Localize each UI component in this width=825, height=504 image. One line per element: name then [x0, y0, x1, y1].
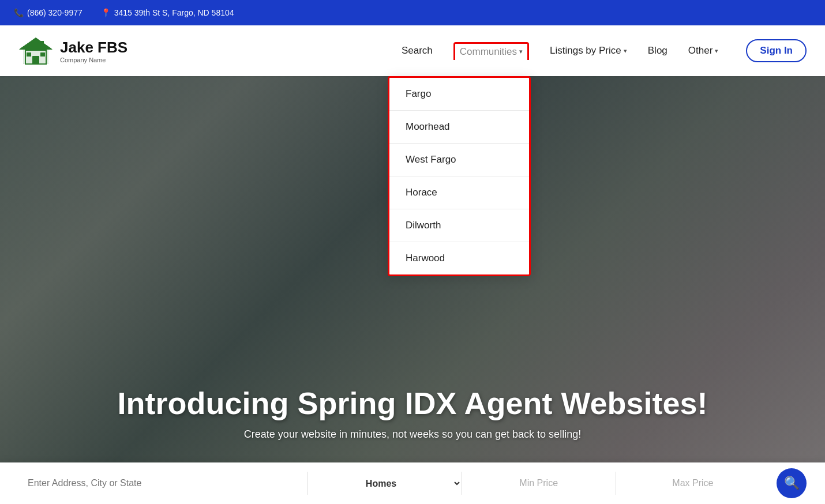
header: Jake FBS Company Name Search Communities…: [0, 25, 825, 76]
property-type-select[interactable]: Homes Condos Land: [308, 478, 461, 489]
min-price-label[interactable]: Min Price: [462, 478, 616, 488]
nav-listings-by-price[interactable]: Listings by Price ▾: [550, 45, 627, 57]
svg-rect-8: [27, 52, 31, 57]
brand-name: Jake FBS: [60, 39, 127, 57]
svg-rect-9: [40, 52, 45, 57]
communities-chevron-icon: ▾: [519, 48, 523, 55]
search-bar: Homes Condos Land Min Price Max Price 🔍: [0, 462, 825, 504]
main-nav: Search Communities ▾ Listings by Price ▾…: [402, 39, 807, 62]
nav-blog[interactable]: Blog: [648, 45, 667, 57]
address-item: 📍 3415 39th St S, Fargo, ND 58104: [101, 8, 234, 17]
sign-in-button[interactable]: Sign In: [746, 39, 807, 62]
svg-rect-6: [40, 41, 44, 47]
nav-communities[interactable]: Communities ▾: [453, 42, 529, 60]
dropdown-item-west-fargo[interactable]: West Fargo: [389, 144, 529, 176]
search-icon: 🔍: [784, 476, 800, 491]
svg-rect-7: [32, 56, 39, 64]
nav-other[interactable]: Other ▾: [688, 45, 719, 57]
search-button[interactable]: 🔍: [777, 468, 807, 498]
logo-area: Jake FBS Company Name: [18, 35, 127, 66]
dropdown-item-horace[interactable]: Horace: [389, 176, 529, 209]
logo-icon: [18, 35, 53, 66]
address-search-input[interactable]: [18, 478, 307, 488]
dropdown-item-fargo[interactable]: Fargo: [389, 78, 529, 111]
max-price-label[interactable]: Max Price: [616, 478, 770, 488]
phone-item[interactable]: 📞 (866) 320-9977: [14, 8, 82, 17]
address-text: 3415 39th St S, Fargo, ND 58104: [114, 8, 234, 17]
listings-chevron-icon: ▾: [624, 47, 627, 55]
dropdown-item-moorhead[interactable]: Moorhead: [389, 111, 529, 144]
dropdown-item-harwood[interactable]: Harwood: [389, 242, 529, 274]
location-icon: 📍: [101, 8, 111, 17]
other-chevron-icon: ▾: [715, 47, 718, 55]
hero-content: Introducing Spring IDX Agent Websites! C…: [0, 386, 825, 441]
dropdown-item-dilworth[interactable]: Dilworth: [389, 209, 529, 242]
hero-title: Introducing Spring IDX Agent Websites!: [0, 386, 825, 420]
hero-subtitle: Create your website in minutes, not week…: [0, 428, 825, 441]
communities-dropdown: Fargo Moorhead West Fargo Horace Dilwort…: [388, 76, 531, 276]
phone-number: (866) 320-9977: [27, 8, 82, 17]
nav-search[interactable]: Search: [402, 45, 433, 57]
top-bar: 📞 (866) 320-9977 📍 3415 39th St S, Fargo…: [0, 0, 825, 25]
phone-icon: 📞: [14, 8, 24, 17]
company-subtitle: Company Name: [60, 57, 127, 63]
